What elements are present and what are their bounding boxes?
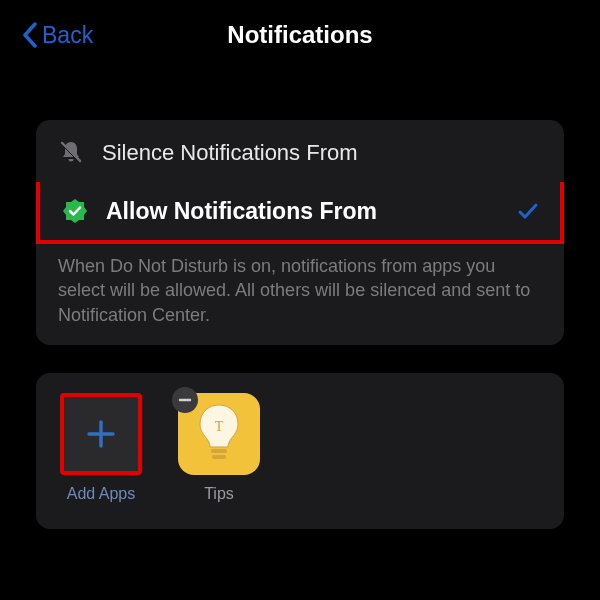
back-button[interactable]: Back bbox=[22, 22, 93, 49]
svg-marker-2 bbox=[63, 199, 87, 223]
add-apps-tile bbox=[60, 393, 142, 475]
minus-icon bbox=[178, 393, 192, 407]
apps-card: Add Apps T Tips bbox=[36, 373, 564, 529]
svg-rect-6 bbox=[211, 449, 227, 453]
option-silence-label: Silence Notifications From bbox=[102, 140, 544, 166]
bell-slash-icon bbox=[56, 138, 86, 168]
lightbulb-icon: T bbox=[194, 403, 244, 465]
plus-icon bbox=[83, 416, 119, 452]
header-bar: Back Notifications bbox=[18, 10, 582, 60]
tips-tile: T bbox=[178, 393, 260, 475]
options-card: Silence Notifications From Allow Notific… bbox=[36, 120, 564, 345]
chevron-left-icon bbox=[22, 22, 38, 48]
option-allow[interactable]: Allow Notifications From bbox=[36, 182, 564, 244]
checkmark-icon bbox=[516, 199, 540, 223]
option-allow-label: Allow Notifications From bbox=[106, 198, 500, 225]
add-apps-button[interactable]: Add Apps bbox=[56, 393, 146, 503]
option-silence[interactable]: Silence Notifications From bbox=[36, 124, 564, 182]
back-label: Back bbox=[42, 22, 93, 49]
add-apps-label: Add Apps bbox=[67, 485, 136, 503]
app-tips[interactable]: T Tips bbox=[174, 393, 264, 503]
option-description: When Do Not Disturb is on, notifications… bbox=[36, 244, 564, 327]
svg-rect-7 bbox=[212, 455, 226, 459]
settings-screen: Back Notifications Silence Notifications… bbox=[0, 0, 600, 539]
svg-text:T: T bbox=[215, 419, 224, 434]
app-tips-label: Tips bbox=[204, 485, 234, 503]
shield-check-icon bbox=[60, 196, 90, 226]
remove-app-button[interactable] bbox=[172, 387, 198, 413]
